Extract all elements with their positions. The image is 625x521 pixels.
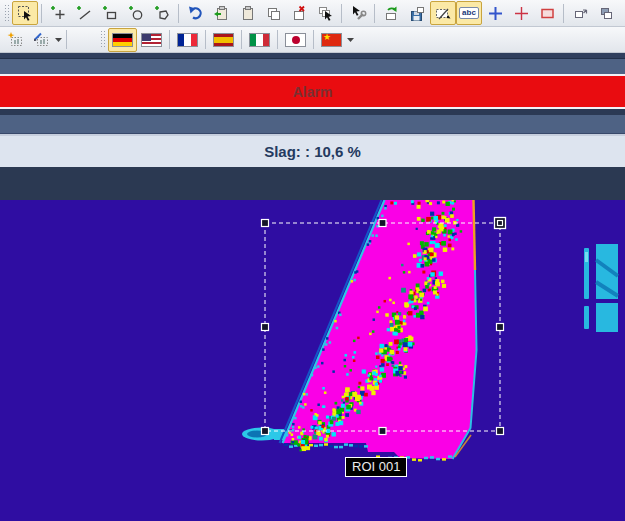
thermal-image-view[interactable]: ROI 001 — [0, 200, 625, 521]
undo-button[interactable] — [182, 1, 208, 25]
separator — [563, 4, 564, 23]
selection-handle[interactable] — [262, 220, 269, 227]
crosshair-blue-icon — [487, 5, 504, 22]
annotate-region-button[interactable] — [28, 28, 54, 52]
delete-shape-icon — [291, 5, 308, 22]
separator — [374, 4, 375, 23]
bring-forward-button[interactable] — [619, 1, 625, 25]
spanish-flag-icon — [213, 33, 234, 47]
usa-flag-icon — [141, 33, 162, 47]
application-window: abc — [0, 0, 625, 521]
paste-button[interactable] — [234, 1, 260, 25]
highlight-region-button[interactable] — [2, 28, 28, 52]
text-label-tool-button[interactable]: abc — [456, 1, 482, 25]
send-to-back-button[interactable] — [593, 1, 619, 25]
thermal-image[interactable] — [0, 200, 625, 521]
select-tool-button[interactable] — [12, 1, 38, 25]
main-toolbar: abc — [0, 0, 625, 27]
effects-dropdown[interactable] — [54, 29, 63, 51]
select-all-icon — [317, 5, 334, 22]
selection-handle[interactable] — [497, 428, 504, 435]
add-ellipse-button[interactable] — [123, 1, 149, 25]
selection-handle[interactable] — [379, 428, 386, 435]
add-polygon-icon — [154, 5, 171, 22]
send-to-back-icon — [598, 5, 615, 22]
select-cursor-icon — [17, 5, 34, 22]
separator — [241, 30, 242, 49]
separator — [41, 4, 42, 23]
separator — [277, 30, 278, 49]
paste-import-icon — [213, 5, 230, 22]
save-shape-icon — [409, 5, 426, 22]
rotate-shape-icon — [383, 5, 400, 22]
slag-value-text: Slag: : 10,6 % — [264, 143, 361, 160]
select-all-button[interactable] — [312, 1, 338, 25]
roi-label[interactable]: ROI 001 — [345, 457, 407, 477]
alarm-banner: Alarm — [0, 76, 625, 107]
separator — [178, 4, 179, 23]
header-bar-bottom — [0, 167, 625, 200]
selection-handle[interactable] — [262, 324, 269, 331]
abc-label-icon: abc — [459, 7, 479, 19]
add-line-icon — [76, 5, 93, 22]
annotate-region-icon — [33, 31, 50, 48]
paste-icon — [239, 5, 256, 22]
undo-icon — [187, 5, 204, 22]
chinese-flag-icon — [321, 33, 342, 47]
delete-shape-button[interactable] — [286, 1, 312, 25]
add-point-icon — [50, 5, 67, 22]
chevron-down-icon — [55, 37, 63, 43]
add-rectangle-button[interactable] — [97, 1, 123, 25]
alarm-zone-rect-button[interactable] — [534, 1, 560, 25]
crosshair-blue-button[interactable] — [482, 1, 508, 25]
language-english-button[interactable] — [137, 28, 166, 52]
separator — [313, 30, 314, 49]
copy-button[interactable] — [260, 1, 286, 25]
alarm-zone-rect-icon — [539, 5, 556, 22]
add-point-button[interactable] — [45, 1, 71, 25]
selection-handle-active[interactable] — [495, 218, 506, 229]
italian-flag-icon — [249, 33, 270, 47]
selection-handle[interactable] — [262, 428, 269, 435]
language-french-button[interactable] — [173, 28, 202, 52]
save-shape-button[interactable] — [404, 1, 430, 25]
header-bar-top — [0, 58, 625, 74]
language-dropdown[interactable] — [346, 29, 355, 51]
alarm-text: Alarm — [293, 84, 333, 100]
toolbar-drag-handle[interactable] — [100, 30, 106, 49]
language-japanese-button[interactable] — [281, 28, 310, 52]
highlight-region-icon — [7, 31, 24, 48]
edit-selection-icon — [435, 5, 452, 22]
chevron-down-icon — [347, 37, 355, 43]
pointer-properties-icon — [350, 5, 367, 22]
language-toolbar — [0, 27, 625, 53]
add-ellipse-icon — [128, 5, 145, 22]
selection-handle[interactable] — [497, 324, 504, 331]
language-italian-button[interactable] — [245, 28, 274, 52]
language-chinese-button[interactable] — [317, 28, 346, 52]
bring-to-front-icon — [572, 5, 589, 22]
separator — [169, 30, 170, 49]
toolbar-drag-handle[interactable] — [4, 4, 10, 23]
pointer-properties-button[interactable] — [345, 1, 371, 25]
separator — [66, 30, 67, 49]
add-line-button[interactable] — [71, 1, 97, 25]
paste-import-button[interactable] — [208, 1, 234, 25]
japanese-flag-icon — [285, 33, 306, 47]
slag-status-bar: Slag: : 10,6 % — [0, 136, 625, 167]
french-flag-icon — [177, 33, 198, 47]
bring-to-front-button[interactable] — [567, 1, 593, 25]
add-polygon-button[interactable] — [149, 1, 175, 25]
header-bar-middle — [0, 115, 625, 134]
rotate-shape-button[interactable] — [378, 1, 404, 25]
language-german-button[interactable] — [108, 28, 137, 52]
separator — [341, 4, 342, 23]
add-rectangle-icon — [102, 5, 119, 22]
language-spanish-button[interactable] — [209, 28, 238, 52]
separator — [205, 30, 206, 49]
crosshair-red-icon — [513, 5, 530, 22]
selection-handle[interactable] — [379, 220, 386, 227]
crosshair-red-button[interactable] — [508, 1, 534, 25]
edit-selection-button[interactable] — [430, 1, 456, 25]
german-flag-icon — [112, 33, 133, 47]
